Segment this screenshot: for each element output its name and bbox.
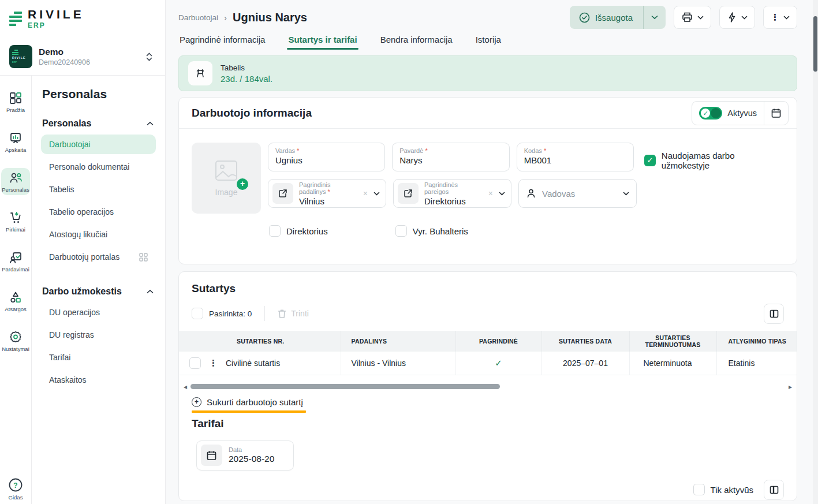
banner-title: Tabelis (221, 64, 272, 72)
col-header-sutarties-nr[interactable]: Sutarties nr. (179, 331, 341, 352)
actions-button[interactable] (719, 6, 755, 29)
tariffs-columns-button[interactable] (764, 480, 784, 500)
saved-button-main[interactable]: Išsaugota (570, 6, 643, 29)
main-contract-check-icon: ✓ (495, 358, 502, 368)
payroll-checkbox[interactable]: ✓ Naudojamas darbo užmokestyje (644, 151, 784, 170)
contract-department: Vilnius - Vilnius (341, 352, 455, 375)
sidebar-item-personalo-dokumentai[interactable]: Personalo dokumentai (41, 157, 156, 177)
scroll-left-icon[interactable]: ◂ (184, 383, 187, 390)
print-button[interactable] (674, 6, 711, 29)
col-header-padalinys[interactable]: Padalinys (341, 331, 455, 352)
more-menu-button[interactable]: ⋮ (763, 6, 797, 29)
sidebar-item-darbuotoju-portalas[interactable]: Darbuotojų portalas (41, 247, 156, 267)
employee-info-card: Darbuotojo informacija ✓ Aktyvus (178, 97, 797, 264)
page-title: Ugnius Narys (233, 11, 307, 24)
sidebar-item-atostogu-likuciai[interactable]: Atostogų likučiai (41, 225, 156, 244)
tab-istorija[interactable]: Istorija (475, 31, 502, 50)
breadcrumb-parent[interactable]: Darbuotojai (178, 13, 218, 22)
tab-pagrindine-informacija[interactable]: Pagrindinė informacija (178, 31, 266, 50)
tabelis-banner[interactable]: Tabelis 23d. / 184val. (178, 55, 797, 91)
director-checkbox[interactable]: Direktorius (269, 225, 328, 237)
delete-button[interactable]: Trinti (278, 309, 309, 319)
workspace-avatar: RIVILE ERP (9, 45, 32, 68)
sidebar-item-tarifai[interactable]: Tarifai (41, 348, 156, 367)
workspace-code: Demo20240906 (39, 58, 140, 66)
only-active-checkbox[interactable]: Tik aktyvūs (693, 484, 753, 495)
tariff-date-field[interactable]: Data 2025-08-20 (196, 440, 294, 471)
workspace-selector[interactable]: RIVILE ERP Demo Demo20240906 (8, 44, 156, 69)
chief-accountant-checkbox[interactable]: Vyr. Buhalteris (395, 225, 468, 237)
row-checkbox[interactable] (189, 357, 201, 369)
sidebar-item-du-operacijos[interactable]: DU operacijos (41, 303, 156, 322)
rail-item-pardavimai[interactable]: Pardavimai (1, 248, 30, 275)
rail-item-apskaita[interactable]: Apskaita (1, 128, 30, 155)
scrollbar-thumb[interactable] (191, 384, 500, 389)
sidebar-item-tabelis[interactable]: Tabelis (41, 180, 156, 199)
checkbox-unchecked-icon (395, 225, 407, 237)
external-link-icon[interactable] (272, 183, 293, 204)
vertical-scrollbar-thumb[interactable] (813, 16, 817, 72)
rail-item-pirkimai[interactable]: Pirkimai (1, 208, 30, 235)
manager-placeholder: Vadovas (542, 189, 617, 199)
rail-item-personalas[interactable]: Personalas (1, 168, 30, 195)
sidebar-item-du-registras[interactable]: DU registras (41, 325, 156, 345)
rail-item-atsargos[interactable]: Atsargos (1, 288, 30, 315)
saved-split-button[interactable]: Išsaugota (570, 6, 666, 29)
row-kebab-icon[interactable]: ⋮ (209, 358, 218, 368)
code-field[interactable]: Kodas * MB001 (517, 143, 634, 171)
create-contract-link[interactable]: + Sukurti darbuotojo sutartį (192, 397, 303, 407)
rail-item-nustatymai[interactable]: Nustatymai (1, 327, 30, 354)
select-all-checkbox[interactable]: Pasirinkta: 0 (192, 308, 252, 319)
external-link-icon[interactable] (398, 183, 419, 204)
rail-item-pradzia[interactable]: Pradžia (1, 88, 30, 115)
brand-logo: RIVILE ERP (8, 8, 156, 29)
menu-group-personalas[interactable]: Personalas (41, 118, 156, 129)
tab-sutartys-ir-tarifai[interactable]: Sutartys ir tarifai (287, 31, 358, 50)
active-toggle[interactable]: ✓ Aktyvus (692, 102, 764, 125)
col-header-atlyginimo-tipas[interactable]: Atlyginimo tipas (716, 331, 797, 352)
workspace-caret-icon (146, 53, 152, 61)
clear-icon[interactable]: × (363, 189, 368, 198)
calendar-button[interactable] (764, 102, 788, 125)
tab-bendra-informacija[interactable]: Bendra informacija (379, 31, 454, 50)
people-icon (9, 171, 23, 185)
employee-card-title: Darbuotojo informacija (192, 107, 312, 120)
tariffs-title: Tarifai (192, 417, 784, 430)
columns-settings-button[interactable] (764, 304, 784, 324)
table-row[interactable]: ⋮ Civilinė sutartis Vilnius - Vilnius ✓ … (179, 352, 797, 375)
workspace-name: Demo (39, 47, 140, 57)
scroll-right-icon[interactable]: ▸ (789, 383, 792, 390)
add-image-icon[interactable]: + (237, 178, 248, 190)
rail-item-gidas[interactable]: ? Gidas (1, 475, 30, 503)
employee-image-upload[interactable]: Image + (192, 143, 261, 214)
first-name-field[interactable]: Vardas * Ugnius (268, 143, 385, 171)
department-value: Vilnius (299, 196, 357, 206)
position-field[interactable]: Pagrindinės pareigos Direktorius × (393, 179, 511, 208)
col-header-sutarties-data[interactable]: Sutarties data (541, 331, 629, 352)
last-name-field[interactable]: Pavardė * Narys (392, 143, 509, 171)
clear-icon[interactable]: × (488, 189, 493, 198)
chevron-down-icon[interactable] (499, 192, 505, 196)
sidebar-menu: Personalas Personalas Darbuotojai Person… (32, 76, 165, 504)
accounting-board-icon (9, 131, 23, 145)
sidebar-item-tabelio-operacijos[interactable]: Tabelio operacijos (41, 202, 156, 222)
menu-group-darbo-uzmokestis[interactable]: Darbo užmokestis (41, 286, 156, 297)
chevron-down-icon[interactable] (623, 192, 629, 196)
home-grid-icon (9, 91, 23, 105)
chevron-down-icon[interactable] (373, 192, 380, 196)
saved-dropdown-caret[interactable] (644, 6, 666, 29)
sidebar-item-ataskaitos[interactable]: Ataskaitos (41, 370, 156, 390)
selected-count: Pasirinkta: 0 (209, 309, 252, 318)
sidebar-item-darbuotojai[interactable]: Darbuotojai (41, 135, 156, 154)
question-icon: ? (8, 477, 23, 492)
contracts-card: Sutartys Pasirinkta: 0 Trinti (178, 271, 797, 501)
image-placeholder-label: Image (215, 188, 238, 197)
toggle-on-icon[interactable]: ✓ (699, 107, 722, 120)
manager-select[interactable]: Vadovas (518, 179, 637, 208)
timesheet-icon (188, 61, 212, 85)
col-header-pagrindine[interactable]: Pagrindinė (455, 331, 541, 352)
columns-icon (770, 486, 779, 494)
active-toggle-label: Aktyvus (727, 109, 757, 118)
department-field[interactable]: Pagrindinis padalinys * Vilnius × (268, 179, 386, 208)
col-header-terminuotumas[interactable]: Sutarties terminuotumas (629, 331, 716, 352)
